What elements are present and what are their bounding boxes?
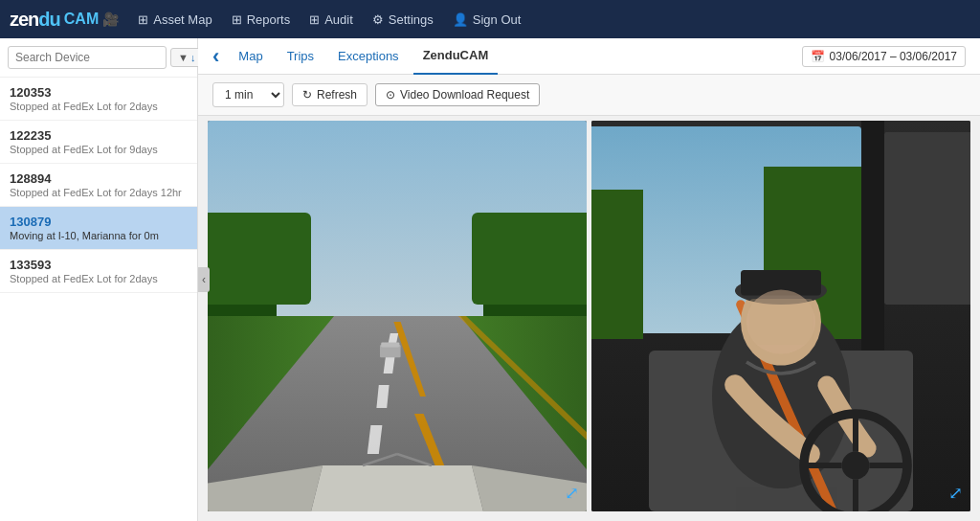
svg-point-32: [842, 452, 870, 480]
user-icon: 👤: [453, 12, 468, 27]
gear-icon: ⚙: [372, 12, 384, 27]
filter-indicator: ↓: [190, 52, 196, 63]
content-area: ‹ ‹ Map Trips Exceptions ZenduCAM 📅 03/0…: [198, 38, 980, 521]
logo-zendu: zendu: [10, 9, 60, 31]
tab-exceptions[interactable]: Exceptions: [328, 38, 409, 75]
grid-icon-audit: ⊞: [309, 12, 320, 27]
sidebar: ▼ ↓ ≡ ▼ 120353 Stopped at FedEx Lot for …: [0, 38, 198, 521]
sub-nav: ‹ Map Trips Exceptions ZenduCAM 📅 03/06/…: [198, 38, 980, 75]
front-camera-view: [208, 121, 587, 511]
svg-rect-27: [884, 132, 970, 305]
nav-settings[interactable]: ⚙ Settings: [372, 12, 434, 27]
video-download-button[interactable]: ⊙ Video Download Request: [375, 83, 540, 106]
nav-asset-map[interactable]: ⊞ Asset Map: [138, 12, 212, 27]
toolbar: 1 min 5 min 10 min 30 min ↻ Refresh ⊙ Vi…: [198, 75, 980, 116]
svg-marker-16: [311, 465, 483, 511]
tab-map[interactable]: Map: [229, 38, 272, 75]
svg-rect-24: [591, 190, 643, 339]
svg-rect-4: [472, 213, 587, 305]
fullscreen-icon-front[interactable]: ⤢: [565, 483, 579, 504]
logo: zendu CAM 🎥: [10, 9, 119, 31]
filter-icon: ▼: [178, 52, 189, 63]
grid-icon: ⊞: [138, 12, 148, 27]
sidebar-toggle-button[interactable]: ‹: [198, 267, 210, 292]
driver-camera-view: [591, 121, 970, 511]
grid-icon-reports: ⊞: [232, 12, 242, 27]
svg-rect-41: [750, 299, 813, 345]
top-nav: zendu CAM 🎥 ⊞ Asset Map ⊞ Reports ⊞ Audi…: [0, 0, 980, 38]
sidebar-search: ▼ ↓ ≡ ▼: [0, 38, 197, 78]
device-list: 120353 Stopped at FedEx Lot for 2days 12…: [0, 78, 197, 521]
svg-rect-2: [208, 213, 311, 305]
logo-camera-icon: 🎥: [102, 11, 119, 27]
svg-rect-15: [381, 343, 399, 348]
chevron-left-icon: ‹: [202, 273, 206, 286]
calendar-icon: 📅: [811, 50, 825, 63]
device-item[interactable]: 122235 Stopped at FedEx Lot for 9days: [0, 121, 197, 164]
date-picker[interactable]: 📅 03/06/2017 – 03/06/2017: [802, 46, 966, 67]
logo-cam: CAM: [64, 11, 99, 28]
device-item[interactable]: 128894 Stopped at FedEx Lot for 2days 12…: [0, 164, 197, 207]
fullscreen-icon-driver[interactable]: ⤢: [948, 483, 963, 504]
nav-items: ⊞ Asset Map ⊞ Reports ⊞ Audit ⚙ Settings…: [138, 12, 970, 27]
svg-rect-26: [861, 121, 884, 351]
driver-camera-panel: ⤢: [591, 121, 970, 511]
video-area: ⤢: [198, 116, 980, 521]
nav-signout[interactable]: 👤 Sign Out: [453, 12, 522, 27]
back-button[interactable]: ‹: [212, 44, 219, 69]
device-item[interactable]: 120353 Stopped at FedEx Lot for 2days: [0, 78, 197, 121]
tab-trips[interactable]: Trips: [278, 38, 323, 75]
main-layout: ▼ ↓ ≡ ▼ 120353 Stopped at FedEx Lot for …: [0, 38, 980, 521]
device-item-active[interactable]: 130879 Moving at I-10, Marianna for 0m: [0, 207, 197, 250]
tab-zenducam[interactable]: ZenduCAM: [413, 38, 499, 75]
time-interval-select[interactable]: 1 min 5 min 10 min 30 min: [212, 82, 284, 107]
refresh-icon: ↻: [302, 88, 312, 102]
download-icon: ⊙: [386, 88, 395, 102]
nav-audit[interactable]: ⊞ Audit: [309, 12, 353, 27]
refresh-button[interactable]: ↻ Refresh: [292, 83, 368, 106]
nav-reports[interactable]: ⊞ Reports: [232, 12, 291, 27]
device-item[interactable]: 133593 Stopped at FedEx Lot for 2days: [0, 250, 197, 293]
search-input[interactable]: [8, 46, 167, 69]
front-camera-panel: ⤢: [208, 121, 587, 511]
